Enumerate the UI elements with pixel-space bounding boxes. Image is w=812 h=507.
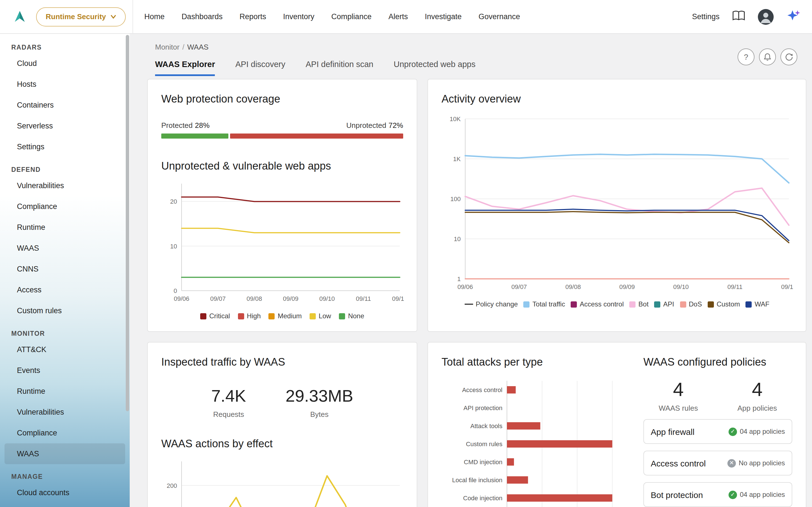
unprotected-value: 72% bbox=[389, 121, 403, 129]
main-content: Monitor/WAAS ? WAAS Explorer API discove… bbox=[130, 34, 812, 507]
breadcrumb-parent[interactable]: Monitor bbox=[155, 43, 180, 51]
sidebar-item-defend-compliance[interactable]: Compliance bbox=[4, 196, 125, 217]
compute-logo-icon[interactable] bbox=[11, 8, 28, 25]
tab-api-definition-scan[interactable]: API definition scan bbox=[306, 60, 373, 76]
svg-text:09/06: 09/06 bbox=[174, 295, 189, 302]
sidebar-item-monitor-events[interactable]: Events bbox=[4, 360, 125, 381]
sidebar-item-defend-cnns[interactable]: CNNS bbox=[4, 259, 125, 279]
vulnerable-apps-chart[interactable]: 0102009/0609/0709/0809/0909/1009/1109/12 bbox=[161, 178, 404, 305]
activity-overview-title: Activity overview bbox=[442, 93, 792, 105]
sidebar-item-defend-custom-rules[interactable]: Custom rules bbox=[4, 300, 125, 321]
help-icon[interactable]: ? bbox=[738, 48, 755, 65]
svg-text:Custom rules: Custom rules bbox=[466, 441, 502, 448]
sidebar-item-monitor-compliance[interactable]: Compliance bbox=[4, 422, 125, 443]
docs-book-icon[interactable] bbox=[732, 10, 746, 23]
sidebar: RADARS Cloud Hosts Containers Serverless… bbox=[0, 34, 130, 507]
protected-bar-segment[interactable] bbox=[161, 133, 229, 138]
legend-item[interactable]: High bbox=[238, 312, 261, 320]
sidebar-item-monitor-runtime[interactable]: Runtime bbox=[4, 381, 125, 402]
svg-text:0: 0 bbox=[174, 287, 177, 294]
sidebar-item-radars-containers[interactable]: Containers bbox=[4, 95, 125, 115]
nav-item-investigate[interactable]: Investigate bbox=[425, 12, 462, 21]
svg-text:09/10: 09/10 bbox=[319, 295, 335, 302]
svg-text:09/06: 09/06 bbox=[457, 283, 473, 290]
nav-item-home[interactable]: Home bbox=[144, 12, 165, 21]
check-circle-icon: ✓ bbox=[728, 427, 737, 436]
activity-overview-chart[interactable]: 1101001K10K09/0609/0709/0809/0909/1009/1… bbox=[442, 113, 794, 293]
legend-item[interactable]: Low bbox=[310, 312, 331, 320]
sidebar-item-monitor-attck[interactable]: ATT&CK bbox=[4, 339, 125, 360]
tab-unprotected-web-apps[interactable]: Unprotected web apps bbox=[394, 60, 475, 76]
topbar: Runtime Security Home Dashboards Reports… bbox=[0, 0, 812, 34]
nav-item-alerts[interactable]: Alerts bbox=[389, 12, 408, 21]
product-selector[interactable]: Runtime Security bbox=[36, 7, 126, 26]
app-firewall-status: 04 app policies bbox=[740, 428, 785, 436]
svg-text:Code injection: Code injection bbox=[463, 495, 502, 502]
legend-item[interactable]: Custom bbox=[708, 300, 740, 308]
card-attacks-policies: Total attacks per type Access controlAPI… bbox=[427, 342, 806, 507]
legend-item[interactable]: Access control bbox=[571, 300, 624, 308]
svg-text:CMD injection: CMD injection bbox=[464, 459, 502, 466]
bell-icon[interactable] bbox=[759, 48, 776, 65]
legend-item[interactable]: None bbox=[339, 312, 364, 320]
svg-text:09/07: 09/07 bbox=[511, 283, 527, 290]
legend-item[interactable]: API bbox=[654, 300, 674, 308]
legend-item[interactable]: Critical bbox=[200, 312, 230, 320]
svg-text:09/12: 09/12 bbox=[781, 283, 794, 290]
card-inspected-traffic: Inspected traffic by WAAS 7.4K Requests … bbox=[147, 342, 417, 507]
topbar-divider bbox=[133, 0, 133, 34]
prisma-sparkle-icon[interactable] bbox=[786, 8, 801, 25]
sidebar-item-monitor-vulnerabilities[interactable]: Vulnerabilities bbox=[4, 402, 125, 422]
svg-text:Local file inclusion: Local file inclusion bbox=[452, 476, 502, 484]
sidebar-item-defend-waas[interactable]: WAAS bbox=[4, 238, 125, 259]
sidebar-scrollbar[interactable] bbox=[126, 35, 129, 411]
svg-text:09/10: 09/10 bbox=[673, 283, 689, 290]
app-policies-stat: 4 App policies bbox=[737, 379, 777, 412]
legend-item[interactable]: WAF bbox=[746, 300, 769, 308]
nav-item-dashboards[interactable]: Dashboards bbox=[182, 12, 223, 21]
sidebar-section-monitor: MONITOR bbox=[0, 328, 130, 339]
nav-item-compliance[interactable]: Compliance bbox=[331, 12, 371, 21]
attacks-per-type-chart[interactable]: Access controlAPI protectionAttack tools… bbox=[442, 378, 633, 507]
sidebar-item-radars-serverless[interactable]: Serverless bbox=[4, 115, 125, 136]
sidebar-item-defend-access[interactable]: Access bbox=[4, 279, 125, 300]
avatar[interactable] bbox=[758, 9, 774, 24]
actions-by-effect-title: WAAS actions by effect bbox=[161, 438, 403, 450]
top-navigation: Home Dashboards Reports Inventory Compli… bbox=[144, 12, 520, 21]
refresh-icon[interactable] bbox=[780, 48, 797, 65]
sidebar-item-radars-hosts[interactable]: Hosts bbox=[4, 74, 125, 95]
policy-row-access-control[interactable]: Access control ✕ No app policies bbox=[644, 451, 792, 475]
legend-item[interactable]: Bot bbox=[629, 300, 649, 308]
sidebar-item-manage-cloud-accounts[interactable]: Cloud accounts bbox=[4, 482, 125, 503]
sidebar-item-monitor-waas[interactable]: WAAS bbox=[4, 443, 125, 464]
legend-item[interactable]: Policy change bbox=[464, 300, 518, 308]
legend-item[interactable]: Medium bbox=[269, 312, 302, 320]
sidebar-item-radars-cloud[interactable]: Cloud bbox=[4, 53, 125, 74]
app-policies-value: 4 bbox=[737, 379, 777, 400]
nav-item-governance[interactable]: Governance bbox=[478, 12, 520, 21]
sidebar-item-defend-runtime[interactable]: Runtime bbox=[4, 217, 125, 238]
nav-item-inventory[interactable]: Inventory bbox=[283, 12, 314, 21]
waas-rules-label: WAAS rules bbox=[659, 404, 698, 412]
nav-item-reports[interactable]: Reports bbox=[239, 12, 266, 21]
policy-row-app-firewall[interactable]: App firewall ✓ 04 app policies bbox=[644, 419, 792, 444]
svg-text:09/07: 09/07 bbox=[210, 295, 225, 302]
svg-text:09/08: 09/08 bbox=[565, 283, 581, 290]
legend-item[interactable]: Total traffic bbox=[523, 300, 565, 308]
breadcrumb-current: WAAS bbox=[187, 43, 209, 51]
unprotected-bar-segment[interactable] bbox=[231, 133, 403, 138]
svg-text:09/11: 09/11 bbox=[727, 283, 742, 290]
sidebar-item-defend-vulnerabilities[interactable]: Vulnerabilities bbox=[4, 175, 125, 196]
svg-text:09/08: 09/08 bbox=[246, 295, 262, 302]
actions-by-effect-chart[interactable]: 0100200 bbox=[161, 456, 404, 507]
requests-value: 7.4K bbox=[211, 386, 246, 406]
attacks-per-type-title: Total attacks per type bbox=[442, 356, 633, 369]
coverage-bar[interactable] bbox=[161, 133, 403, 138]
tab-waas-explorer[interactable]: WAAS Explorer bbox=[155, 60, 215, 76]
policy-row-bot-protection[interactable]: Bot protection ✓ 04 app policies bbox=[644, 482, 792, 507]
tab-api-discovery[interactable]: API discovery bbox=[236, 60, 285, 76]
legend-item[interactable]: DoS bbox=[680, 300, 702, 308]
nav-item-settings[interactable]: Settings bbox=[692, 12, 719, 21]
sidebar-item-radars-settings[interactable]: Settings bbox=[4, 136, 125, 157]
web-protection-title: Web protection coverage bbox=[161, 93, 403, 105]
